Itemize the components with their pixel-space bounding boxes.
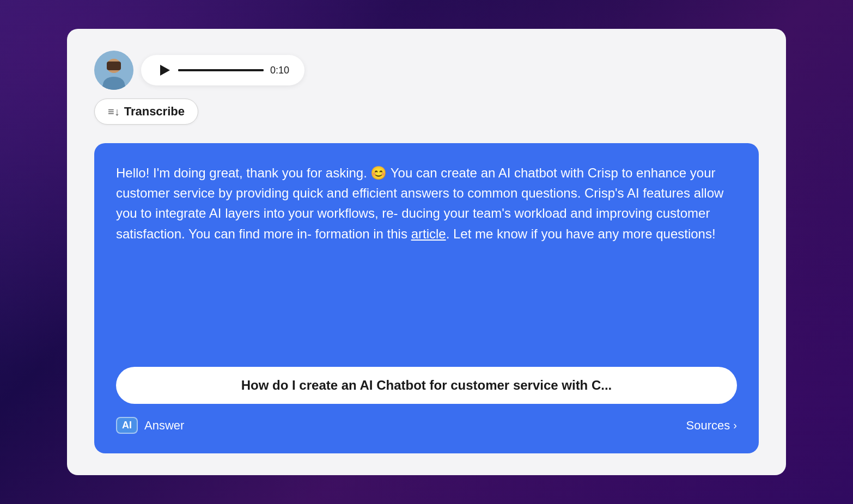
ai-label: AI Answer [116,417,184,434]
audio-player: 0:10 [94,51,759,90]
transcribe-button[interactable]: ≡↓ Transcribe [94,99,198,125]
time-display: 0:10 [270,65,289,76]
chat-footer: AI Answer Sources › [116,415,737,434]
sources-link[interactable]: Sources › [686,419,737,433]
play-icon [160,65,170,76]
chat-message: Hello! I'm doing great, thank you for as… [116,163,737,244]
audio-section: 0:10 ≡↓ Transcribe [94,51,759,130]
article-link[interactable]: article [411,226,446,241]
answer-label: Answer [144,419,184,433]
chat-empty-area [116,255,737,356]
play-button[interactable] [156,63,172,78]
chat-bubble: Hello! I'm doing great, thank you for as… [94,143,759,453]
chat-query-text: How do I create an AI Chatbot for custom… [241,378,612,393]
chat-query-box: How do I create an AI Chatbot for custom… [116,367,737,404]
main-card: 0:10 ≡↓ Transcribe Hello! I'm doing grea… [67,29,786,475]
transcribe-label: Transcribe [124,105,185,119]
sources-label: Sources [686,419,730,433]
svg-rect-4 [107,62,121,70]
chevron-right-icon: › [733,419,737,432]
avatar [94,51,133,90]
ai-badge: AI [116,417,138,434]
progress-fill [178,69,264,71]
player-controls[interactable]: 0:10 [141,55,304,85]
transcribe-icon: ≡↓ [108,106,120,118]
progress-bar[interactable] [178,69,264,71]
